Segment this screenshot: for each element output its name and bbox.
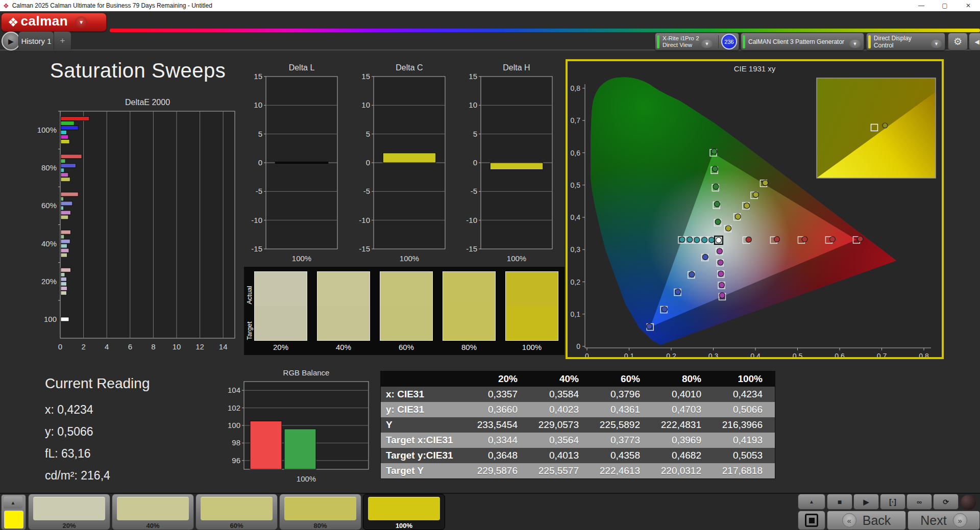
meter-status-bar [657, 35, 659, 48]
svg-text:6: 6 [128, 342, 132, 351]
strip-swatch-60%: 60% [380, 271, 433, 351]
meter-count-badge[interactable]: 236 [721, 34, 737, 49]
rgb-balance-chart: RGB Balance1041021009896100% [214, 368, 374, 491]
stop-button[interactable]: ■ [827, 494, 852, 510]
svg-text:100%: 100% [37, 125, 57, 134]
maximize-button[interactable]: ▢ [933, 0, 957, 11]
row-label: Target Y [381, 463, 469, 478]
window-title: Calman 2025 Calman Ultimate for Business… [12, 2, 212, 9]
svg-text:0,7: 0,7 [877, 352, 887, 357]
table-row: Target Y229,5876225,5577222,4613220,0312… [381, 463, 775, 478]
svg-text:104: 104 [228, 386, 240, 394]
reading-fl: fL: 63,16 [45, 443, 150, 465]
table-header-row: 20%40%60%80%100% [381, 371, 775, 387]
patch-button-40%[interactable]: 40% [112, 494, 194, 530]
table-cell: 0,3969 [652, 433, 714, 448]
reading-y: y: 0,5066 [45, 421, 150, 443]
svg-text:-5: -5 [471, 187, 477, 195]
display-label: Direct Display Control [874, 35, 931, 49]
loop-button[interactable]: ⟳ [933, 494, 959, 510]
expand-patch-panel-button[interactable]: ▲ [4, 496, 22, 509]
strip-swatch-20%: 20% [254, 271, 307, 351]
patch-button-60%[interactable]: 60% [195, 494, 278, 530]
single-measure-icon: [·] [889, 498, 896, 506]
svg-text:12: 12 [195, 342, 204, 351]
table-cell: 0,4703 [652, 402, 714, 417]
svg-text:0,1: 0,1 [624, 352, 634, 357]
chevron-left-icon: ◀ [974, 38, 979, 45]
svg-text:14: 14 [219, 342, 228, 351]
title-bar: ❖ Calman 2025 Calman Ultimate for Busine… [0, 0, 980, 11]
table-cell: 0,3796 [591, 387, 652, 402]
patch-button-100%[interactable]: 100% [363, 494, 445, 530]
svg-text:-10: -10 [359, 216, 370, 224]
calman-menu-button[interactable]: ❖ calman ▼ [1, 13, 107, 32]
pattern-source-dropdown[interactable]: CalMAN Client 3 Pattern Generator ▼ [741, 33, 864, 51]
svg-text:10: 10 [173, 342, 181, 351]
chevron-down-icon: ▼ [701, 40, 713, 48]
meter-dropdown[interactable]: X-Rite i1Pro 2Direct View ▼ 236 [655, 33, 739, 51]
target-row-label: Target [246, 318, 253, 344]
table-cell: 0,4193 [714, 433, 775, 448]
single-measure-button[interactable]: [·] [880, 494, 905, 510]
svg-text:0,1: 0,1 [571, 310, 581, 318]
table-cell: 0,3564 [530, 433, 591, 448]
back-button[interactable]: « Back [827, 511, 906, 530]
table-cell: 222,4613 [591, 463, 652, 478]
svg-text:102: 102 [228, 403, 240, 412]
table-cell: 229,5876 [469, 463, 530, 478]
display-control-dropdown[interactable]: Direct Display Control ▼ [866, 33, 945, 51]
patch-button-80%[interactable]: 80% [279, 494, 361, 530]
next-button[interactable]: Next » [908, 511, 980, 530]
chevron-up-icon: ▲ [809, 499, 814, 504]
settings-button[interactable]: ⚙ [948, 33, 968, 51]
table-row: Target y:CIE310,36480,40130,43580,46820,… [381, 448, 775, 463]
column-header: 40% [530, 371, 591, 387]
table-cell: 0,3357 [469, 387, 530, 402]
close-button[interactable]: ✕ [957, 0, 980, 11]
svg-text:0: 0 [366, 158, 370, 167]
svg-text:10: 10 [469, 100, 477, 109]
table-cell: 233,5454 [469, 417, 530, 433]
table-cell: 0,5053 [714, 448, 775, 463]
svg-text:-10: -10 [466, 216, 477, 224]
svg-text:0,4: 0,4 [571, 213, 581, 221]
patch-button-20%[interactable]: 20% [28, 494, 110, 530]
table-cell: 0,3584 [530, 387, 591, 402]
play-button[interactable]: ▶ [853, 494, 879, 510]
table-row: x: CIE310,33570,35840,37960,40100,4234 [381, 387, 775, 402]
svg-text:40%: 40% [41, 239, 57, 248]
cie-chart-title: CIE 1931 xy [568, 64, 942, 73]
table-row: Target x:CIE310,33440,35640,37730,39690,… [381, 433, 775, 448]
strip-swatch-40%: 40% [317, 271, 370, 351]
row-label: Target y:CIE31 [381, 448, 469, 463]
strip-swatch-label: 40% [317, 343, 370, 351]
cie-1931-panel: CIE 1931 xy [566, 59, 944, 359]
svg-text:0,8: 0,8 [919, 352, 929, 357]
source-status-bar [743, 35, 745, 48]
tab-label: History 1 [21, 37, 51, 45]
divider [718, 35, 719, 48]
inset-measured-point [883, 123, 888, 128]
add-tab-button[interactable]: + [54, 31, 71, 50]
strip-swatch-80%: 80% [443, 271, 496, 351]
svg-text:2: 2 [81, 342, 85, 351]
column-header [381, 371, 469, 387]
svg-text:0,6: 0,6 [571, 149, 581, 157]
chevron-down-icon: ▼ [931, 40, 942, 48]
table-cell: 0,3648 [469, 448, 530, 463]
collapse-panel-button[interactable]: ◀ [969, 33, 980, 51]
chevron-down-icon: ▼ [849, 40, 861, 48]
svg-text:-10: -10 [251, 216, 262, 224]
pattern-window-button[interactable] [798, 511, 825, 530]
tab-history-1[interactable]: History 1 [18, 31, 54, 50]
continuous-button[interactable]: ∞ [906, 494, 932, 510]
expand-transport-button[interactable]: ▲ [798, 494, 825, 510]
svg-text:0: 0 [58, 342, 62, 351]
svg-text:RGB Balance: RGB Balance [283, 368, 330, 377]
strip-swatch-label: 100% [505, 343, 558, 351]
plus-icon: + [60, 36, 65, 46]
page-title: Saturation Sweeps [50, 59, 226, 82]
layout-nav-button[interactable]: ▶ [2, 32, 20, 51]
minimize-button[interactable]: — [910, 0, 933, 11]
